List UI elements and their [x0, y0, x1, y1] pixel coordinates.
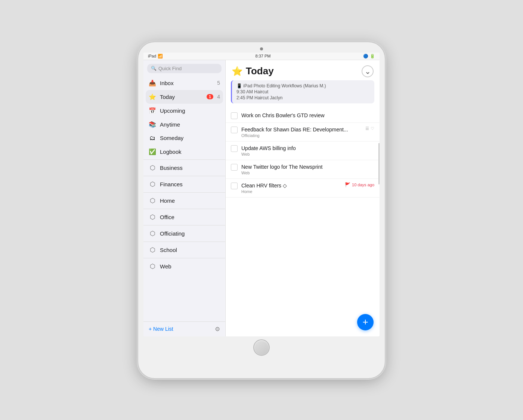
- settings-icon[interactable]: ⚙: [215, 326, 220, 333]
- status-left: iPad 📶: [148, 54, 163, 59]
- task-body-3: Update AWS billing info Web: [241, 145, 374, 156]
- task-tag-3: Web: [241, 152, 374, 156]
- inbox-label: Inbox: [160, 80, 213, 86]
- search-icon: 🔍: [151, 66, 157, 71]
- ipad-frame: iPad 📶 8:37 PM 🔵 🔋 🔍 Quick Find 📥: [138, 42, 385, 378]
- sidebar-divider-6: [143, 242, 225, 242]
- task-meta-2: ☰ ♡: [365, 126, 374, 131]
- title-star-icon: ⭐: [232, 66, 243, 77]
- task-title-5: Clean HRV filters ◇: [241, 182, 341, 189]
- finances-icon: ⬡: [149, 180, 156, 188]
- sidebar-item-home[interactable]: ⬡ Home: [143, 193, 225, 208]
- wifi-icon: 📶: [158, 54, 163, 59]
- sidebar-item-school[interactable]: ⬡ School: [143, 243, 225, 257]
- chevron-down-button[interactable]: ⌄: [362, 65, 374, 77]
- sidebar-item-inbox[interactable]: 📥 Inbox 5: [143, 76, 225, 90]
- someday-label: Someday: [160, 135, 220, 141]
- today-badge: 1: [207, 94, 213, 99]
- sidebar-divider-1: [143, 159, 225, 160]
- sidebar-item-upcoming[interactable]: 📅 Upcoming: [143, 104, 225, 118]
- home-icon: ⬡: [149, 197, 156, 205]
- task-item-5[interactable]: Clean HRV filters ◇ Home 🚩 10 days ago: [226, 179, 380, 197]
- school-icon: ⬡: [149, 246, 156, 254]
- task-item-2[interactable]: Feedback for Shawn Dias RE: Development.…: [226, 123, 380, 141]
- new-list-label: + New List: [149, 326, 173, 332]
- sidebar-item-officiating[interactable]: ⬡ Officiating: [143, 226, 225, 241]
- task-body-1: Work on Chris Bowler's GTD review: [241, 112, 374, 119]
- today-icon: ⭐: [149, 93, 156, 100]
- search-placeholder: Quick Find: [158, 66, 182, 71]
- ipad-label: iPad: [148, 54, 156, 58]
- anytime-label: Anytime: [160, 121, 220, 128]
- task-title-4: New Twitter logo for The Newsprint: [241, 164, 374, 170]
- calendar-banner-title: 📱 iPad Photo Editing Workflows (Marius M…: [236, 83, 370, 88]
- task-checkbox-1[interactable]: [231, 112, 238, 119]
- calendar-event-2: 2:45 PM Haircut Jaclyn: [236, 95, 370, 100]
- task-checkbox-3[interactable]: [231, 145, 238, 152]
- sidebar-item-someday[interactable]: 🗂 Someday: [143, 131, 225, 145]
- add-task-button[interactable]: +: [357, 314, 374, 330]
- business-label: Business: [160, 165, 220, 171]
- sidebar-item-anytime[interactable]: 📚 Anytime: [143, 118, 225, 131]
- sidebar-divider-2: [143, 176, 225, 176]
- add-icon: +: [362, 316, 368, 328]
- home-button[interactable]: [253, 339, 270, 356]
- task-checkbox-2[interactable]: [231, 127, 238, 133]
- tasks-list: Work on Chris Bowler's GTD review Feedba…: [226, 107, 380, 336]
- bluetooth-icon: 🔵: [363, 54, 368, 59]
- web-label: Web: [160, 263, 220, 270]
- calendar-event-1: 9:30 AM Haircut: [236, 89, 370, 94]
- office-label: Office: [160, 214, 220, 220]
- main-title: ⭐ Today: [232, 65, 274, 77]
- inbox-icon: 📥: [149, 80, 156, 87]
- sidebar-items: 📥 Inbox 5 ⭐ Today 1 4 📅 Upcoming: [143, 76, 225, 321]
- sidebar-divider-4: [143, 209, 225, 209]
- sidebar-item-today[interactable]: ⭐ Today 1 4: [146, 90, 223, 104]
- main-title-text: Today: [246, 65, 274, 77]
- status-time: 8:37 PM: [256, 54, 271, 58]
- logbook-icon: ✅: [149, 148, 156, 155]
- status-bar: iPad 📶 8:37 PM 🔵 🔋: [143, 53, 380, 60]
- sidebar-divider-7: [143, 258, 225, 258]
- overdue-text: 10 days ago: [352, 183, 374, 187]
- status-right: 🔵 🔋: [363, 54, 375, 59]
- sidebar-item-business[interactable]: ⬡ Business: [143, 161, 225, 175]
- task-item-4[interactable]: New Twitter logo for The Newsprint Web: [226, 160, 380, 179]
- main-header: ⭐ Today ⌄: [226, 60, 380, 80]
- flag-icon: 🚩: [345, 182, 350, 187]
- task-item-3[interactable]: Update AWS billing info Web: [226, 141, 380, 160]
- task-tag-5: Home: [241, 189, 341, 194]
- finances-label: Finances: [160, 181, 220, 187]
- officiating-label: Officiating: [160, 230, 220, 237]
- task-list-icon: ☰: [365, 126, 369, 131]
- office-icon: ⬡: [149, 213, 156, 221]
- sidebar-divider-5: [143, 225, 225, 225]
- sidebar: 🔍 Quick Find 📥 Inbox 5 ⭐ Today 1: [143, 60, 226, 336]
- business-icon: ⬡: [149, 164, 156, 172]
- task-meta-5: 🚩 10 days ago: [345, 182, 374, 187]
- new-list-button[interactable]: + New List: [149, 326, 173, 332]
- someday-icon: 🗂: [149, 135, 156, 141]
- home-label: Home: [160, 197, 220, 204]
- chevron-down-icon: ⌄: [365, 67, 371, 76]
- task-title-1: Work on Chris Bowler's GTD review: [241, 112, 374, 119]
- sidebar-footer: + New List ⚙: [143, 321, 225, 336]
- search-bar[interactable]: 🔍 Quick Find: [147, 64, 222, 73]
- sidebar-item-logbook[interactable]: ✅ Logbook: [143, 145, 225, 159]
- sidebar-item-office[interactable]: ⬡ Office: [143, 210, 225, 224]
- task-title-3: Update AWS billing info: [241, 145, 374, 152]
- task-title-2: Feedback for Shawn Dias RE: Development.…: [241, 126, 362, 133]
- officiating-icon: ⬡: [149, 230, 156, 237]
- today-count: 4: [217, 94, 220, 100]
- task-checkbox-4[interactable]: [231, 164, 238, 171]
- task-checkbox-5[interactable]: [231, 183, 238, 189]
- calendar-banner[interactable]: 📱 iPad Photo Editing Workflows (Marius M…: [231, 80, 374, 103]
- task-heart-icon: ♡: [371, 126, 374, 131]
- sidebar-item-finances[interactable]: ⬡ Finances: [143, 177, 225, 192]
- battery-icon: 🔋: [370, 54, 375, 59]
- sidebar-item-web[interactable]: ⬡ Web: [143, 259, 225, 274]
- task-body-2: Feedback for Shawn Dias RE: Development.…: [241, 126, 362, 138]
- task-item-1[interactable]: Work on Chris Bowler's GTD review: [226, 109, 380, 123]
- camera-dot: [260, 47, 263, 50]
- anytime-icon: 📚: [149, 121, 156, 128]
